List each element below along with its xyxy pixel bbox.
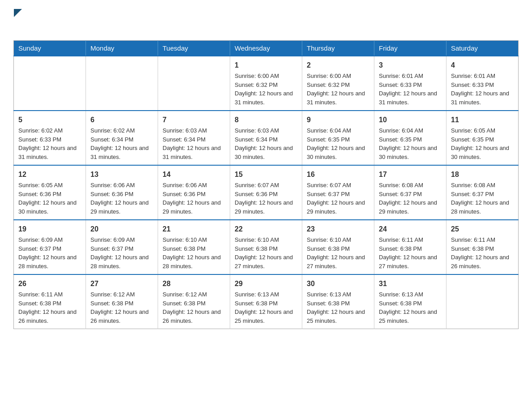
calendar-cell: 28Sunrise: 6:12 AMSunset: 6:38 PMDayligh… [158,274,230,329]
weekday-header-friday: Friday [374,41,446,56]
day-info: Sunrise: 6:08 AMSunset: 6:37 PMDaylight:… [379,181,442,216]
day-number: 17 [379,169,442,180]
day-number: 20 [90,224,153,235]
calendar-cell: 20Sunrise: 6:09 AMSunset: 6:37 PMDayligh… [86,220,158,274]
calendar-cell: 25Sunrise: 6:11 AMSunset: 6:38 PMDayligh… [446,220,519,274]
calendar-cell: 16Sunrise: 6:07 AMSunset: 6:37 PMDayligh… [302,165,374,220]
weekday-header-saturday: Saturday [446,41,519,56]
day-number: 16 [307,169,369,180]
day-number: 30 [307,278,369,289]
day-number: 19 [18,224,81,235]
day-info: Sunrise: 6:04 AMSunset: 6:35 PMDaylight:… [307,126,369,161]
day-number: 8 [235,115,297,125]
calendar-cell: 1Sunrise: 6:00 AMSunset: 6:32 PMDaylight… [230,56,302,111]
logo-arrow-icon [14,9,22,17]
day-number: 27 [90,278,153,289]
calendar-cell: 8Sunrise: 6:03 AMSunset: 6:34 PMDaylight… [230,111,302,165]
day-number: 9 [307,115,369,125]
calendar-cell: 7Sunrise: 6:03 AMSunset: 6:34 PMDaylight… [158,111,230,165]
day-info: Sunrise: 6:06 AMSunset: 6:36 PMDaylight:… [163,181,225,216]
weekday-header-tuesday: Tuesday [158,41,230,56]
day-info: Sunrise: 6:10 AMSunset: 6:38 PMDaylight:… [235,235,297,270]
day-number: 5 [18,115,81,125]
day-info: Sunrise: 6:13 AMSunset: 6:38 PMDaylight:… [235,290,297,325]
calendar-cell: 24Sunrise: 6:11 AMSunset: 6:38 PMDayligh… [374,220,446,274]
day-info: Sunrise: 6:07 AMSunset: 6:36 PMDaylight:… [235,181,297,216]
day-info: Sunrise: 6:11 AMSunset: 6:38 PMDaylight:… [379,235,442,270]
day-info: Sunrise: 6:03 AMSunset: 6:34 PMDaylight:… [163,126,225,161]
day-number: 11 [451,115,514,125]
calendar-cell: 10Sunrise: 6:04 AMSunset: 6:35 PMDayligh… [374,111,446,165]
day-info: Sunrise: 6:09 AMSunset: 6:37 PMDaylight:… [90,235,153,270]
calendar-cell: 12Sunrise: 6:05 AMSunset: 6:36 PMDayligh… [14,165,86,220]
calendar-week-row: 1Sunrise: 6:00 AMSunset: 6:32 PMDaylight… [14,56,519,111]
day-number: 14 [163,169,225,180]
calendar-cell: 5Sunrise: 6:02 AMSunset: 6:33 PMDaylight… [14,111,86,165]
calendar-cell: 21Sunrise: 6:10 AMSunset: 6:38 PMDayligh… [158,220,230,274]
day-number: 7 [163,115,225,125]
calendar-cell: 13Sunrise: 6:06 AMSunset: 6:36 PMDayligh… [86,165,158,220]
day-info: Sunrise: 6:03 AMSunset: 6:34 PMDaylight:… [235,126,297,161]
day-info: Sunrise: 6:13 AMSunset: 6:38 PMDaylight:… [307,290,369,325]
day-info: Sunrise: 6:05 AMSunset: 6:36 PMDaylight:… [18,181,81,216]
calendar-week-row: 5Sunrise: 6:02 AMSunset: 6:33 PMDaylight… [14,111,519,165]
calendar-cell: 30Sunrise: 6:13 AMSunset: 6:38 PMDayligh… [302,274,374,329]
calendar-cell: 14Sunrise: 6:06 AMSunset: 6:36 PMDayligh… [158,165,230,220]
weekday-header-row: SundayMondayTuesdayWednesdayThursdayFrid… [14,41,519,56]
day-number: 28 [163,278,225,289]
day-number: 18 [451,169,514,180]
day-info: Sunrise: 6:01 AMSunset: 6:33 PMDaylight:… [379,72,442,107]
calendar-cell: 6Sunrise: 6:02 AMSunset: 6:34 PMDaylight… [86,111,158,165]
weekday-header-wednesday: Wednesday [230,41,302,56]
calendar-cell [86,56,158,111]
calendar-cell: 19Sunrise: 6:09 AMSunset: 6:37 PMDayligh… [14,220,86,274]
day-number: 24 [379,224,442,235]
calendar-cell: 29Sunrise: 6:13 AMSunset: 6:38 PMDayligh… [230,274,302,329]
day-info: Sunrise: 6:11 AMSunset: 6:38 PMDaylight:… [451,235,514,270]
calendar-cell: 26Sunrise: 6:11 AMSunset: 6:38 PMDayligh… [14,274,86,329]
day-info: Sunrise: 6:05 AMSunset: 6:35 PMDaylight:… [451,126,514,161]
day-info: Sunrise: 6:08 AMSunset: 6:37 PMDaylight:… [451,181,514,216]
day-info: Sunrise: 6:11 AMSunset: 6:38 PMDaylight:… [18,290,81,325]
calendar-cell: 11Sunrise: 6:05 AMSunset: 6:35 PMDayligh… [446,111,519,165]
calendar-cell [446,274,519,329]
calendar-cell: 17Sunrise: 6:08 AMSunset: 6:37 PMDayligh… [374,165,446,220]
day-number: 23 [307,224,369,235]
day-number: 2 [307,60,369,71]
day-number: 25 [451,224,514,235]
weekday-header-thursday: Thursday [302,41,374,56]
calendar-cell: 27Sunrise: 6:12 AMSunset: 6:38 PMDayligh… [86,274,158,329]
day-number: 21 [163,224,225,235]
day-info: Sunrise: 6:01 AMSunset: 6:33 PMDaylight:… [451,72,514,107]
day-number: 3 [379,60,442,71]
day-info: Sunrise: 6:10 AMSunset: 6:38 PMDaylight:… [307,235,369,270]
calendar-cell: 22Sunrise: 6:10 AMSunset: 6:38 PMDayligh… [230,220,302,274]
day-number: 15 [235,169,297,180]
calendar-cell: 15Sunrise: 6:07 AMSunset: 6:36 PMDayligh… [230,165,302,220]
calendar-cell: 23Sunrise: 6:10 AMSunset: 6:38 PMDayligh… [302,220,374,274]
day-number: 4 [451,60,514,71]
svg-marker-0 [14,9,22,17]
day-number: 26 [18,278,81,289]
calendar-cell: 3Sunrise: 6:01 AMSunset: 6:33 PMDaylight… [374,56,446,111]
calendar-week-row: 19Sunrise: 6:09 AMSunset: 6:37 PMDayligh… [14,220,519,274]
day-info: Sunrise: 6:02 AMSunset: 6:33 PMDaylight:… [18,126,81,161]
calendar-cell: 4Sunrise: 6:01 AMSunset: 6:33 PMDaylight… [446,56,519,111]
day-number: 1 [235,60,297,71]
calendar-week-row: 26Sunrise: 6:11 AMSunset: 6:38 PMDayligh… [14,274,519,329]
calendar-table: SundayMondayTuesdayWednesdayThursdayFrid… [13,40,519,329]
day-number: 22 [235,224,297,235]
day-info: Sunrise: 6:10 AMSunset: 6:38 PMDaylight:… [163,235,225,270]
day-number: 10 [379,115,442,125]
day-number: 13 [90,169,153,180]
day-info: Sunrise: 6:00 AMSunset: 6:32 PMDaylight:… [307,72,369,107]
day-number: 29 [235,278,297,289]
day-info: Sunrise: 6:12 AMSunset: 6:38 PMDaylight:… [90,290,153,325]
day-info: Sunrise: 6:02 AMSunset: 6:34 PMDaylight:… [90,126,153,161]
header [13,9,519,31]
calendar-week-row: 12Sunrise: 6:05 AMSunset: 6:36 PMDayligh… [14,165,519,220]
day-number: 31 [379,278,442,289]
calendar-cell [14,56,86,111]
calendar-cell [158,56,230,111]
day-info: Sunrise: 6:07 AMSunset: 6:37 PMDaylight:… [307,181,369,216]
